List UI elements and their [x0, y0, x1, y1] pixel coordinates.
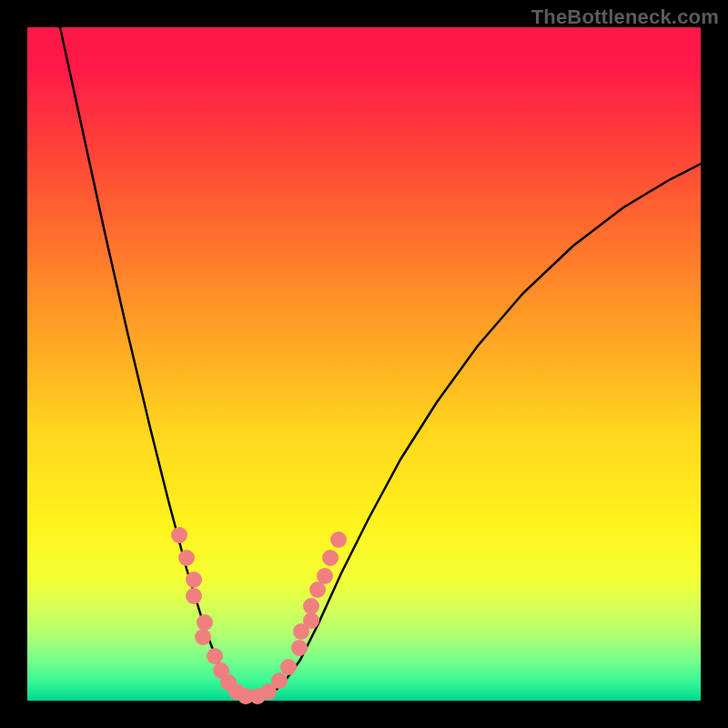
chart-plot-area — [27, 27, 701, 701]
watermark-text: TheBottleneck.com — [531, 5, 719, 29]
scatter-dot — [303, 612, 319, 629]
scatter-dot — [280, 659, 297, 675]
chart-svg — [27, 27, 701, 701]
scatter-dot — [195, 629, 211, 645]
scatter-dot — [186, 588, 202, 604]
curve-line — [60, 27, 701, 699]
scatter-dot — [178, 550, 195, 566]
scatter-dot — [271, 672, 288, 689]
scatter-dots — [171, 527, 347, 704]
scatter-dot — [317, 568, 333, 584]
scatter-dot — [291, 640, 308, 656]
scatter-dot — [303, 598, 319, 614]
scatter-dot — [322, 550, 339, 566]
scatter-dot — [197, 614, 213, 631]
scatter-dot — [171, 527, 187, 543]
chart-frame: TheBottleneck.com — [0, 0, 728, 728]
scatter-dot — [330, 531, 347, 548]
scatter-dot — [186, 571, 202, 588]
scatter-dot — [207, 648, 223, 664]
